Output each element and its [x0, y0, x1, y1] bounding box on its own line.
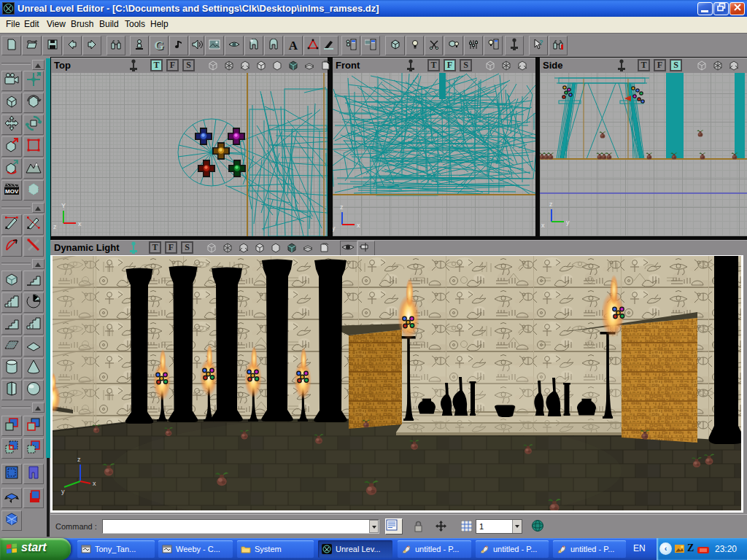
- svg-text:y: y: [61, 488, 65, 495]
- svg-text:MOV: MOV: [5, 188, 19, 195]
- svg-text:?: ?: [539, 39, 543, 46]
- svg-text:z: z: [549, 201, 553, 208]
- svg-text:z: z: [340, 203, 344, 211]
- svg-text:z: z: [53, 223, 57, 230]
- svg-text:x: x: [78, 220, 82, 228]
- svg-text:Y: Y: [61, 202, 66, 209]
- svg-text:y: y: [333, 225, 336, 232]
- svg-text:z: z: [77, 456, 81, 463]
- svg-text:x: x: [541, 222, 545, 229]
- svg-text:y: y: [566, 219, 570, 226]
- svg-text:x: x: [93, 480, 96, 487]
- svg-text:x: x: [357, 222, 360, 229]
